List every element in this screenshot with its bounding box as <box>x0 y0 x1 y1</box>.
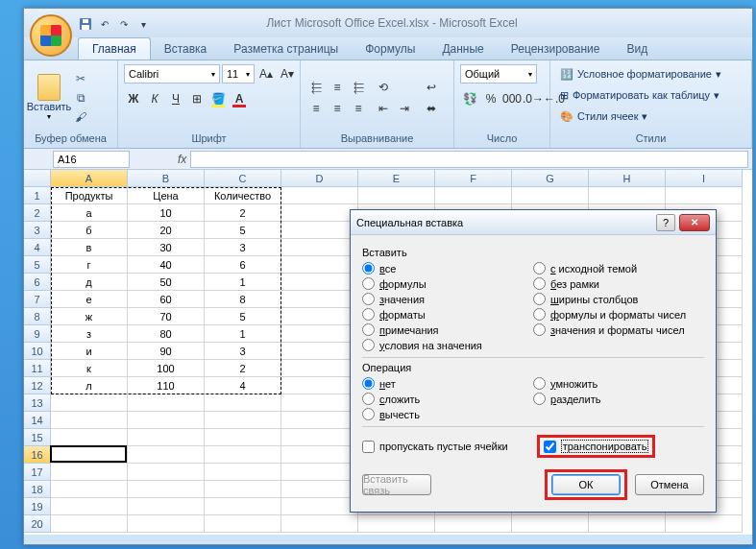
cell[interactable] <box>205 394 281 412</box>
radio-option[interactable]: разделить <box>533 393 704 405</box>
radio-option[interactable]: нет <box>362 377 533 390</box>
row-header[interactable]: 2 <box>24 204 51 222</box>
bold-button[interactable]: Ж <box>124 89 143 108</box>
copy-icon[interactable]: ⧉ <box>72 89 89 107</box>
cell[interactable]: 5 <box>205 308 281 325</box>
tab-insert[interactable]: Вставка <box>151 38 221 60</box>
radio-option[interactable]: с исходной темой <box>533 262 704 274</box>
row-header[interactable]: 1 <box>24 187 51 204</box>
row-header[interactable]: 10 <box>24 343 51 360</box>
office-button[interactable] <box>30 14 72 57</box>
cell[interactable]: 20 <box>128 222 205 239</box>
cell[interactable] <box>205 464 281 481</box>
cell[interactable]: 3 <box>205 343 281 360</box>
align-center-icon[interactable]: ≡ <box>328 99 347 118</box>
cell[interactable] <box>205 481 281 498</box>
tab-data[interactable]: Данные <box>428 38 497 60</box>
cell[interactable] <box>51 394 128 412</box>
row-header[interactable]: 15 <box>24 429 51 446</box>
select-all-corner[interactable] <box>24 170 51 187</box>
cell[interactable] <box>128 446 205 464</box>
cell[interactable] <box>281 256 358 274</box>
cell[interactable] <box>589 187 666 204</box>
cell[interactable]: 2 <box>205 360 281 377</box>
cell[interactable] <box>281 325 358 343</box>
cell[interactable] <box>281 515 358 533</box>
conditional-format-button[interactable]: 🔢Условное форматирование ▾ <box>556 64 725 84</box>
cell[interactable]: 1 <box>205 274 281 291</box>
row-header[interactable]: 13 <box>24 394 51 412</box>
column-header[interactable]: F <box>435 170 512 187</box>
cell[interactable] <box>358 187 435 204</box>
cell[interactable] <box>281 187 358 204</box>
cell[interactable] <box>128 394 205 412</box>
cell[interactable]: б <box>51 222 128 239</box>
cell[interactable]: 2 <box>205 204 281 222</box>
cell[interactable] <box>435 515 512 533</box>
cell[interactable] <box>281 291 358 308</box>
underline-button[interactable]: Ч <box>166 89 185 108</box>
cell[interactable] <box>205 498 281 515</box>
cell[interactable] <box>666 515 743 533</box>
save-icon[interactable] <box>78 16 93 32</box>
cell[interactable]: а <box>51 204 128 222</box>
row-header[interactable]: 20 <box>24 515 51 533</box>
column-header[interactable]: C <box>205 170 281 187</box>
paste-button[interactable]: Вставить ▾ <box>30 68 68 128</box>
cell[interactable] <box>51 412 128 429</box>
cell[interactable]: и <box>51 343 128 360</box>
grow-font-icon[interactable]: A▴ <box>256 64 276 84</box>
fx-icon[interactable] <box>178 153 186 166</box>
row-header[interactable]: 3 <box>24 222 51 239</box>
cell[interactable] <box>512 515 589 533</box>
cell[interactable]: е <box>51 291 128 308</box>
cell[interactable] <box>51 498 128 515</box>
cell[interactable] <box>51 464 128 481</box>
column-header[interactable]: B <box>128 170 205 187</box>
cell[interactable]: з <box>51 325 128 343</box>
undo-icon[interactable]: ↶ <box>97 16 112 32</box>
cell[interactable]: 80 <box>128 325 205 343</box>
cell[interactable]: 100 <box>128 360 205 377</box>
cell[interactable] <box>281 412 358 429</box>
column-header[interactable]: G <box>512 170 589 187</box>
dialog-titlebar[interactable]: Специальная вставка ? ✕ <box>351 210 716 235</box>
row-header[interactable]: 9 <box>24 325 51 343</box>
cell[interactable] <box>128 412 205 429</box>
cell[interactable]: 4 <box>205 377 281 394</box>
name-box[interactable]: A16 <box>53 151 130 168</box>
row-header[interactable]: 6 <box>24 274 51 291</box>
cell[interactable] <box>281 360 358 377</box>
transpose-checkbox[interactable]: транспонировать <box>544 440 649 453</box>
number-format-combo[interactable]: Общий▾ <box>460 64 537 84</box>
row-header[interactable]: 18 <box>24 481 51 498</box>
skip-blanks-checkbox[interactable]: пропускать пустые ячейки <box>362 441 508 453</box>
cell[interactable]: 50 <box>128 274 205 291</box>
percent-icon[interactable]: % <box>481 89 500 108</box>
radio-option[interactable]: сложить <box>362 393 533 405</box>
cell[interactable] <box>128 464 205 481</box>
cell[interactable] <box>205 446 281 464</box>
fill-color-button[interactable]: 🪣 <box>208 89 228 108</box>
cell[interactable] <box>281 239 358 256</box>
cell[interactable]: 8 <box>205 291 281 308</box>
help-icon[interactable]: ? <box>656 214 675 231</box>
column-header[interactable]: I <box>666 170 743 187</box>
font-size-combo[interactable]: 11▾ <box>222 64 255 84</box>
row-header[interactable]: 19 <box>24 498 51 515</box>
radio-option[interactable]: форматы <box>362 308 533 321</box>
column-header[interactable]: H <box>589 170 666 187</box>
increase-indent-icon[interactable]: ⇥ <box>395 99 414 118</box>
cell[interactable]: 40 <box>128 256 205 274</box>
wrap-text-icon[interactable]: ↩ <box>420 78 443 97</box>
row-header[interactable]: 14 <box>24 412 51 429</box>
cell[interactable]: г <box>51 256 128 274</box>
radio-option[interactable]: формулы <box>362 277 533 290</box>
cell[interactable] <box>51 515 128 533</box>
currency-icon[interactable]: 💱 <box>460 89 479 108</box>
align-middle-icon[interactable]: ≡ <box>328 78 347 97</box>
cell[interactable] <box>281 343 358 360</box>
cell[interactable] <box>128 515 205 533</box>
radio-option[interactable]: вычесть <box>362 408 533 420</box>
cancel-button[interactable]: Отмена <box>635 474 704 495</box>
